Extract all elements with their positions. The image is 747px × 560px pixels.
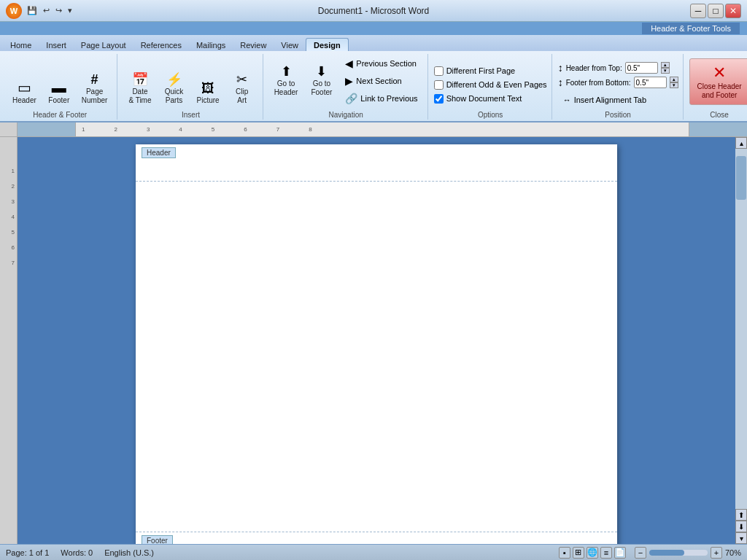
ruler-mark-7: 7 <box>1 260 16 266</box>
insert-alignment-tab-button[interactable]: ↔ Insert Alignment Tab <box>558 93 678 106</box>
tab-home[interactable]: Home <box>3 39 39 51</box>
ribbon-group-insert: 📅 Date& Time ⚡ QuickParts 🖼 Picture ✂ Cl… <box>119 54 263 120</box>
link-previous-button[interactable]: 🔗 Link to Previous <box>340 90 422 106</box>
minimize-button[interactable]: ─ <box>690 4 706 18</box>
header-button[interactable]: ▭ Header <box>7 77 42 108</box>
full-screen-view-btn[interactable]: ⊞ <box>573 547 584 559</box>
diff-odd-even-label: Different Odd & Even Pages <box>446 80 547 89</box>
zoom-slider[interactable] <box>649 550 708 556</box>
ruler-body: 123 456 78 <box>76 122 689 136</box>
link-previous-icon: 🔗 <box>345 93 357 104</box>
header-from-top-icon: ↕ <box>558 62 563 74</box>
header-region[interactable]: Header <box>136 144 617 182</box>
goto-footer-label: Go toFooter <box>311 79 332 97</box>
window-close-button[interactable]: ✕ <box>725 4 741 18</box>
language-status: English (U.S.) <box>104 548 154 557</box>
date-time-button[interactable]: 📅 Date& Time <box>123 70 156 108</box>
picture-label: Picture <box>197 96 220 105</box>
save-qa-btn[interactable]: 💾 <box>25 4 39 17</box>
prev-section-button[interactable]: ◀ Previous Section <box>340 55 422 71</box>
undo-qa-btn[interactable]: ↩ <box>41 4 52 17</box>
clip-art-icon: ✂ <box>236 73 247 86</box>
tab-mailings[interactable]: Mailings <box>189 39 233 51</box>
redo-qa-btn[interactable]: ↪ <box>53 4 64 17</box>
tab-insert[interactable]: Insert <box>39 39 74 51</box>
document-body[interactable] <box>136 182 617 532</box>
goto-footer-button[interactable]: ⬇ Go toFooter <box>306 62 337 100</box>
footer-bottom-down[interactable]: ▾ <box>670 82 678 88</box>
ruler-mark-5: 5 <box>1 229 16 236</box>
tab-view[interactable]: View <box>274 39 306 51</box>
quick-parts-button[interactable]: ⚡ QuickParts <box>158 70 190 108</box>
nav-small-buttons: ◀ Previous Section ▶ Next Section 🔗 Link… <box>340 54 422 108</box>
footer-from-bottom-row: ↕ Footer from Bottom: ▴ ▾ <box>558 76 678 89</box>
goto-header-button[interactable]: ⬆ Go toHeader <box>269 62 303 100</box>
close-header-footer-button[interactable]: ✕ Close Headerand Footer <box>689 58 747 105</box>
alignment-tab-label: Insert Alignment Tab <box>574 96 646 104</box>
diff-odd-even-checkbox[interactable] <box>434 80 444 90</box>
header-top-spinner[interactable]: ▴ ▾ <box>661 62 670 74</box>
ruler-mark-4: 4 <box>1 214 16 220</box>
status-right: ▪ ⊞ 🌐 ≡ 📄 − + 70% <box>559 547 741 559</box>
header-from-top-input[interactable] <box>625 62 658 74</box>
scroll-thumb[interactable] <box>736 156 746 200</box>
scroll-track <box>735 149 747 509</box>
show-doc-text-option[interactable]: Show Document Text <box>434 93 547 105</box>
diff-first-page-checkbox[interactable] <box>434 66 444 76</box>
diff-odd-even-option[interactable]: Different Odd & Even Pages <box>434 79 547 91</box>
maximize-button[interactable]: □ <box>708 4 724 18</box>
zoom-out-button[interactable]: − <box>635 547 646 559</box>
goto-header-label: Go toHeader <box>274 79 298 97</box>
footer-button[interactable]: ▬ Footer <box>43 77 75 108</box>
office-logo: W <box>6 3 22 19</box>
ribbon-group-header-footer: ▭ Header ▬ Footer # PageNumber Header & … <box>3 54 117 120</box>
quick-access-toolbar: 💾 ↩ ↪ ▾ <box>25 4 74 17</box>
clip-art-button[interactable]: ✂ ClipArt <box>226 70 258 108</box>
next-section-icon: ▶ <box>345 75 353 87</box>
ribbon: ▭ Header ▬ Footer # PageNumber Header & … <box>0 51 747 122</box>
header-top-up[interactable]: ▴ <box>661 62 670 68</box>
dropdown-qa-btn[interactable]: ▾ <box>66 4 74 17</box>
header-from-top-row: ↕ Header from Top: ▴ ▾ <box>558 61 678 74</box>
footer-bottom-spinner[interactable]: ▴ ▾ <box>670 77 678 88</box>
diff-first-page-label: Different First Page <box>446 66 516 75</box>
main-scroll-area: 123 456 78 Header Footer <box>18 122 747 544</box>
tab-page-layout[interactable]: Page Layout <box>74 39 133 51</box>
insert-buttons: 📅 Date& Time ⚡ QuickParts 🖼 Picture ✂ Cl… <box>123 54 258 109</box>
window-title: Document1 - Microsoft Word <box>318 6 430 16</box>
ruler-mark-3: 3 <box>1 198 16 205</box>
header-footer-buttons: ▭ Header ▬ Footer # PageNumber <box>7 54 112 109</box>
tab-design[interactable]: Design <box>306 38 349 51</box>
footer-bottom-up[interactable]: ▴ <box>670 77 678 82</box>
page-number-button[interactable]: # PageNumber <box>77 70 113 108</box>
draft-view-btn[interactable]: 📄 <box>614 547 626 559</box>
scroll-page-down-button[interactable]: ⬇ <box>735 521 747 532</box>
web-layout-view-btn[interactable]: 🌐 <box>587 547 598 559</box>
close-header-footer-icon: ✕ <box>713 63 726 82</box>
tab-references[interactable]: References <box>133 39 189 51</box>
group-label-close: Close <box>710 109 729 120</box>
outline-view-btn[interactable]: ≡ <box>600 547 612 559</box>
zoom-in-button[interactable]: + <box>711 547 722 559</box>
show-doc-text-label: Show Document Text <box>446 94 522 103</box>
print-layout-view-btn[interactable]: ▪ <box>559 547 570 559</box>
ruler-margin-left <box>18 122 76 136</box>
scroll-page-up-button[interactable]: ⬆ <box>735 509 747 521</box>
footer-from-bottom-input[interactable] <box>634 77 667 88</box>
group-label-insert: Insert <box>182 109 200 120</box>
document-page: Header Footer Page 1 Here Page 2 Here <box>136 144 617 544</box>
header-top-down[interactable]: ▾ <box>661 68 670 74</box>
diff-first-page-option[interactable]: Different First Page <box>434 65 547 77</box>
page-number-button-label: PageNumber <box>82 88 108 105</box>
group-label-position: Position <box>605 109 631 120</box>
footer-from-bottom-icon: ↕ <box>558 77 563 88</box>
next-section-button[interactable]: ▶ Next Section <box>340 73 422 89</box>
scroll-down-button[interactable]: ▾ <box>735 532 747 544</box>
footer-region[interactable]: Footer Page 1 Here Page 2 Here <box>136 532 617 544</box>
show-doc-text-checkbox[interactable] <box>434 94 444 104</box>
picture-button[interactable]: 🖼 Picture <box>192 79 225 108</box>
scroll-up-button[interactable]: ▴ <box>735 137 747 149</box>
vertical-ruler: 1 2 3 4 5 6 7 <box>0 137 18 544</box>
prev-section-label: Previous Section <box>356 59 417 68</box>
tab-review[interactable]: Review <box>233 39 274 51</box>
